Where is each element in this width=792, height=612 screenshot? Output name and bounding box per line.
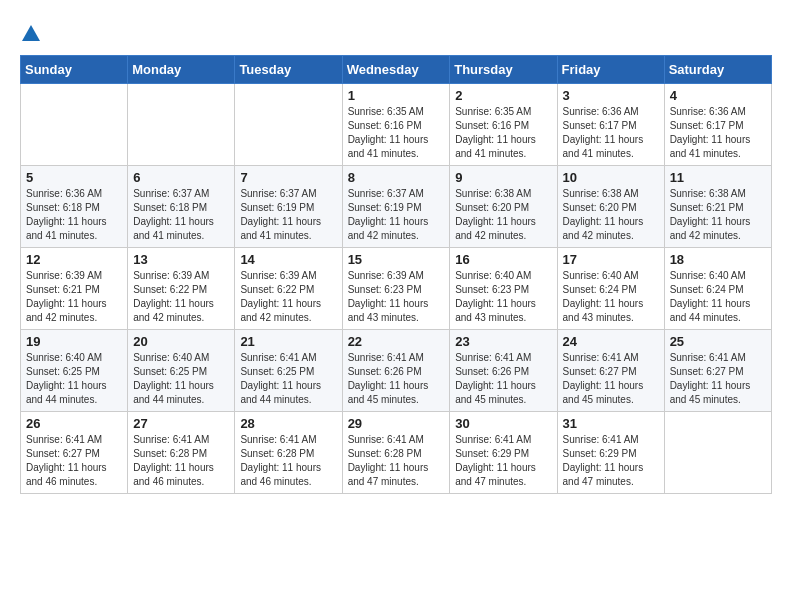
calendar-cell: 8Sunrise: 6:37 AMSunset: 6:19 PMDaylight… [342,166,450,248]
day-number: 28 [240,416,336,431]
calendar-cell: 21Sunrise: 6:41 AMSunset: 6:25 PMDayligh… [235,330,342,412]
calendar-cell: 7Sunrise: 6:37 AMSunset: 6:19 PMDaylight… [235,166,342,248]
day-number: 19 [26,334,122,349]
week-row-2: 12Sunrise: 6:39 AMSunset: 6:21 PMDayligh… [21,248,772,330]
calendar-cell: 14Sunrise: 6:39 AMSunset: 6:22 PMDayligh… [235,248,342,330]
day-info: Sunrise: 6:41 AMSunset: 6:29 PMDaylight:… [455,433,551,489]
calendar-cell: 6Sunrise: 6:37 AMSunset: 6:18 PMDaylight… [128,166,235,248]
day-number: 3 [563,88,659,103]
weekday-header-saturday: Saturday [664,56,771,84]
day-number: 11 [670,170,766,185]
week-row-1: 5Sunrise: 6:36 AMSunset: 6:18 PMDaylight… [21,166,772,248]
calendar-table: SundayMondayTuesdayWednesdayThursdayFrid… [20,55,772,494]
calendar-cell [21,84,128,166]
day-info: Sunrise: 6:41 AMSunset: 6:27 PMDaylight:… [26,433,122,489]
calendar-cell: 11Sunrise: 6:38 AMSunset: 6:21 PMDayligh… [664,166,771,248]
day-info: Sunrise: 6:38 AMSunset: 6:20 PMDaylight:… [563,187,659,243]
logo-flag-icon [20,21,42,45]
day-info: Sunrise: 6:41 AMSunset: 6:28 PMDaylight:… [348,433,445,489]
calendar-cell: 28Sunrise: 6:41 AMSunset: 6:28 PMDayligh… [235,412,342,494]
weekday-header-tuesday: Tuesday [235,56,342,84]
weekday-header-sunday: Sunday [21,56,128,84]
calendar-cell: 30Sunrise: 6:41 AMSunset: 6:29 PMDayligh… [450,412,557,494]
day-number: 18 [670,252,766,267]
calendar-cell: 3Sunrise: 6:36 AMSunset: 6:17 PMDaylight… [557,84,664,166]
logo [20,20,42,45]
day-info: Sunrise: 6:39 AMSunset: 6:22 PMDaylight:… [133,269,229,325]
day-info: Sunrise: 6:35 AMSunset: 6:16 PMDaylight:… [455,105,551,161]
day-info: Sunrise: 6:41 AMSunset: 6:26 PMDaylight:… [348,351,445,407]
day-info: Sunrise: 6:37 AMSunset: 6:18 PMDaylight:… [133,187,229,243]
day-number: 14 [240,252,336,267]
day-info: Sunrise: 6:40 AMSunset: 6:24 PMDaylight:… [563,269,659,325]
calendar-cell: 1Sunrise: 6:35 AMSunset: 6:16 PMDaylight… [342,84,450,166]
day-number: 21 [240,334,336,349]
svg-marker-0 [22,25,40,41]
header [20,20,772,45]
day-number: 22 [348,334,445,349]
calendar-cell: 5Sunrise: 6:36 AMSunset: 6:18 PMDaylight… [21,166,128,248]
day-info: Sunrise: 6:37 AMSunset: 6:19 PMDaylight:… [240,187,336,243]
calendar-cell [235,84,342,166]
week-row-3: 19Sunrise: 6:40 AMSunset: 6:25 PMDayligh… [21,330,772,412]
calendar-cell: 19Sunrise: 6:40 AMSunset: 6:25 PMDayligh… [21,330,128,412]
day-number: 20 [133,334,229,349]
day-number: 10 [563,170,659,185]
calendar-body: 1Sunrise: 6:35 AMSunset: 6:16 PMDaylight… [21,84,772,494]
calendar-cell: 16Sunrise: 6:40 AMSunset: 6:23 PMDayligh… [450,248,557,330]
weekday-header-wednesday: Wednesday [342,56,450,84]
week-row-4: 26Sunrise: 6:41 AMSunset: 6:27 PMDayligh… [21,412,772,494]
day-number: 4 [670,88,766,103]
day-number: 27 [133,416,229,431]
day-info: Sunrise: 6:40 AMSunset: 6:24 PMDaylight:… [670,269,766,325]
calendar-cell: 27Sunrise: 6:41 AMSunset: 6:28 PMDayligh… [128,412,235,494]
day-number: 29 [348,416,445,431]
day-info: Sunrise: 6:38 AMSunset: 6:20 PMDaylight:… [455,187,551,243]
day-info: Sunrise: 6:41 AMSunset: 6:25 PMDaylight:… [240,351,336,407]
day-info: Sunrise: 6:41 AMSunset: 6:28 PMDaylight:… [133,433,229,489]
day-number: 7 [240,170,336,185]
calendar-cell: 29Sunrise: 6:41 AMSunset: 6:28 PMDayligh… [342,412,450,494]
day-info: Sunrise: 6:36 AMSunset: 6:18 PMDaylight:… [26,187,122,243]
day-number: 24 [563,334,659,349]
day-number: 2 [455,88,551,103]
day-number: 26 [26,416,122,431]
weekday-row: SundayMondayTuesdayWednesdayThursdayFrid… [21,56,772,84]
day-number: 25 [670,334,766,349]
day-info: Sunrise: 6:39 AMSunset: 6:21 PMDaylight:… [26,269,122,325]
calendar-header: SundayMondayTuesdayWednesdayThursdayFrid… [21,56,772,84]
day-number: 12 [26,252,122,267]
day-info: Sunrise: 6:40 AMSunset: 6:25 PMDaylight:… [26,351,122,407]
day-number: 5 [26,170,122,185]
calendar-cell: 2Sunrise: 6:35 AMSunset: 6:16 PMDaylight… [450,84,557,166]
day-info: Sunrise: 6:36 AMSunset: 6:17 PMDaylight:… [563,105,659,161]
day-info: Sunrise: 6:41 AMSunset: 6:27 PMDaylight:… [670,351,766,407]
day-number: 17 [563,252,659,267]
day-info: Sunrise: 6:35 AMSunset: 6:16 PMDaylight:… [348,105,445,161]
weekday-header-thursday: Thursday [450,56,557,84]
day-info: Sunrise: 6:41 AMSunset: 6:27 PMDaylight:… [563,351,659,407]
day-number: 15 [348,252,445,267]
calendar-cell [664,412,771,494]
day-info: Sunrise: 6:41 AMSunset: 6:29 PMDaylight:… [563,433,659,489]
calendar-cell: 25Sunrise: 6:41 AMSunset: 6:27 PMDayligh… [664,330,771,412]
day-info: Sunrise: 6:41 AMSunset: 6:26 PMDaylight:… [455,351,551,407]
day-info: Sunrise: 6:36 AMSunset: 6:17 PMDaylight:… [670,105,766,161]
day-info: Sunrise: 6:40 AMSunset: 6:25 PMDaylight:… [133,351,229,407]
day-number: 8 [348,170,445,185]
day-number: 9 [455,170,551,185]
day-info: Sunrise: 6:40 AMSunset: 6:23 PMDaylight:… [455,269,551,325]
calendar-cell: 17Sunrise: 6:40 AMSunset: 6:24 PMDayligh… [557,248,664,330]
calendar-cell: 9Sunrise: 6:38 AMSunset: 6:20 PMDaylight… [450,166,557,248]
calendar-cell: 26Sunrise: 6:41 AMSunset: 6:27 PMDayligh… [21,412,128,494]
calendar-cell: 23Sunrise: 6:41 AMSunset: 6:26 PMDayligh… [450,330,557,412]
page: SundayMondayTuesdayWednesdayThursdayFrid… [0,0,792,514]
day-info: Sunrise: 6:39 AMSunset: 6:22 PMDaylight:… [240,269,336,325]
day-number: 31 [563,416,659,431]
calendar-cell: 24Sunrise: 6:41 AMSunset: 6:27 PMDayligh… [557,330,664,412]
day-number: 16 [455,252,551,267]
calendar-cell: 4Sunrise: 6:36 AMSunset: 6:17 PMDaylight… [664,84,771,166]
weekday-header-friday: Friday [557,56,664,84]
day-number: 30 [455,416,551,431]
calendar-cell: 12Sunrise: 6:39 AMSunset: 6:21 PMDayligh… [21,248,128,330]
